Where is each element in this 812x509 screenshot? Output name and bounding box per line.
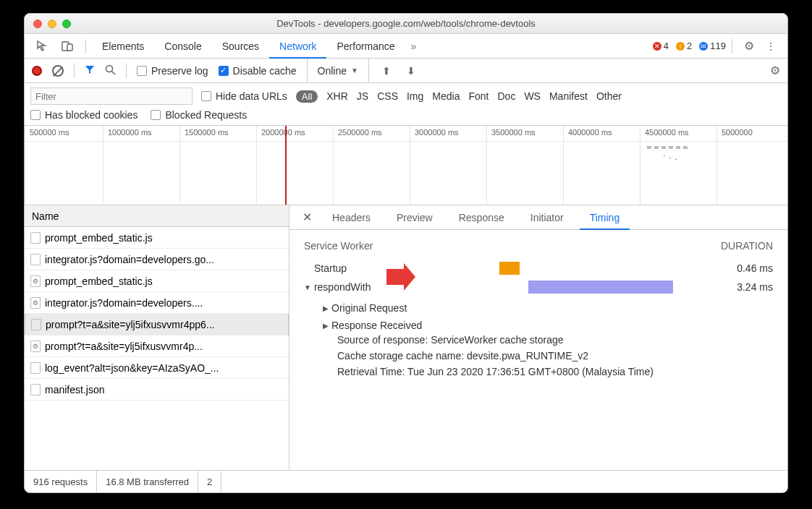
timing-bar-startup	[499, 262, 520, 275]
tree-original-request[interactable]: ▶Original Request	[323, 299, 773, 317]
filter-other[interactable]: Other	[596, 90, 622, 102]
filter-js[interactable]: JS	[357, 90, 368, 102]
request-row[interactable]: ⚙integrator.js?domain=developers....	[25, 292, 289, 314]
timing-panel: Service Worker DURATION Startup 0.46 ms …	[289, 230, 787, 392]
settings-icon[interactable]: ⚙	[738, 39, 760, 53]
status-requests: 916 requests	[25, 471, 97, 492]
request-row[interactable]: prompt?t=a&site=ylj5ifxusvvmr4pp6...	[25, 314, 289, 335]
file-icon	[30, 384, 41, 395]
tab-headers[interactable]: Headers	[322, 205, 381, 230]
network-settings-icon[interactable]: ⚙	[770, 64, 780, 77]
more-tabs-icon[interactable]: »	[405, 40, 423, 52]
request-row[interactable]: log_event?alt=json&key=AIzaSyAO_...	[25, 357, 289, 379]
timing-section-label: Service Worker	[304, 240, 373, 252]
zoom-window-button[interactable]	[62, 20, 71, 28]
caret-right-icon: ▶	[323, 304, 329, 312]
name-column-header[interactable]: Name	[25, 205, 289, 227]
tree-response-received[interactable]: ▶Response Received	[323, 317, 773, 334]
file-icon: ⚙	[30, 341, 41, 352]
filter-img[interactable]: Img	[407, 90, 423, 102]
filter-input[interactable]	[30, 87, 193, 105]
timeline-tick: 2500000 ms	[333, 126, 410, 205]
request-list-pane: Name prompt_embed_static.jsintegrator.js…	[25, 205, 289, 470]
inspect-icon[interactable]	[30, 40, 55, 53]
tab-sources[interactable]: Sources	[212, 34, 269, 59]
error-count[interactable]: ✕4	[653, 40, 669, 51]
caret-right-icon: ▶	[323, 322, 329, 330]
filter-font[interactable]: Font	[468, 90, 489, 102]
timeline-activity-1	[647, 146, 690, 149]
tab-response[interactable]: Response	[449, 205, 515, 230]
disable-cache-checkbox[interactable]: ✓Disable cache	[219, 65, 297, 77]
tab-timing[interactable]: Timing	[580, 205, 630, 230]
request-row[interactable]: integrator.js?domain=developers.go...	[25, 249, 289, 270]
close-detail-icon[interactable]: ✕	[298, 210, 316, 224]
tab-network[interactable]: Network	[269, 34, 326, 59]
request-name: prompt_embed_static.js	[45, 232, 153, 244]
filter-manifest[interactable]: Manifest	[549, 90, 588, 102]
status-extra: 2	[198, 471, 221, 492]
tab-performance[interactable]: Performance	[326, 34, 405, 59]
tab-initiator[interactable]: Initiator	[520, 205, 574, 230]
hide-data-urls-checkbox[interactable]: Hide data URLs	[201, 90, 287, 102]
timing-duration-header: DURATION	[721, 240, 773, 252]
svg-line-3	[112, 71, 116, 74]
detail-tabs: ✕ Headers Preview Response Initiator Tim…	[289, 205, 787, 230]
timing-tree: ▶Original Request ▶Response Received Sou…	[323, 299, 773, 382]
status-transferred: 16.8 MB transferred	[97, 471, 198, 492]
tab-preview[interactable]: Preview	[386, 205, 443, 230]
request-row[interactable]: prompt_embed_static.js	[25, 227, 289, 249]
chevron-down-icon: ▼	[351, 67, 358, 74]
issue-counts: ✕4 !2 ✉119	[653, 40, 726, 51]
throttling-select[interactable]: Online▼	[307, 59, 369, 83]
filter-media[interactable]: Media	[432, 90, 460, 102]
filter-doc[interactable]: Doc	[497, 90, 515, 102]
filter-ws[interactable]: WS	[524, 90, 541, 102]
record-button[interactable]	[32, 66, 42, 76]
timing-bar-respondwith	[528, 281, 673, 294]
filter-toggle-icon[interactable]	[85, 64, 95, 77]
request-row[interactable]: ⚙prompt_embed_static.js	[25, 270, 289, 292]
traffic-lights	[25, 20, 71, 28]
request-list: prompt_embed_static.jsintegrator.js?doma…	[25, 227, 289, 470]
tab-elements[interactable]: Elements	[92, 34, 154, 59]
kebab-menu-icon[interactable]: ⋮	[760, 40, 782, 52]
download-har-icon[interactable]: ⬇	[404, 65, 418, 77]
search-icon[interactable]	[105, 64, 116, 77]
file-icon	[30, 362, 41, 374]
timeline-tick: 5000000	[716, 126, 787, 205]
upload-har-icon[interactable]: ⬆	[379, 65, 394, 77]
timeline-activity-2: ⠁⠂⠄	[663, 155, 680, 162]
timing-row-respondwith[interactable]: ▼respondWith 3.24 ms	[304, 278, 773, 296]
request-row[interactable]: manifest.json	[25, 379, 289, 401]
filter-bar: Hide data URLs All XHR JS CSS Img Media …	[25, 83, 787, 126]
timeline-tick: 3500000 ms	[486, 126, 563, 205]
device-toggle-icon[interactable]	[55, 40, 80, 53]
gear-icon: ⚙	[33, 278, 38, 285]
timeline-tick: 3000000 ms	[410, 126, 486, 205]
caret-down-icon: ▼	[304, 283, 311, 291]
close-window-button[interactable]	[33, 20, 42, 28]
filter-all[interactable]: All	[296, 90, 318, 103]
tab-console[interactable]: Console	[154, 34, 211, 59]
blocked-requests-checkbox[interactable]: Blocked Requests	[151, 109, 247, 121]
minimize-window-button[interactable]	[48, 20, 56, 28]
timing-detail-cachename: Cache storage cache name: devsite.pwa_RU…	[337, 350, 773, 366]
svg-rect-1	[67, 44, 72, 51]
timeline-cursor	[285, 126, 287, 205]
clear-button[interactable]	[52, 65, 64, 77]
overview-timeline[interactable]: 500000 ms1000000 ms1500000 ms2000000 ms2…	[25, 126, 787, 205]
network-toolbar: Preserve log ✓Disable cache Online▼ ⬆ ⬇ …	[25, 59, 787, 83]
info-count[interactable]: ✉119	[699, 40, 726, 51]
has-blocked-cookies-checkbox[interactable]: Has blocked cookies	[30, 109, 138, 121]
filter-css[interactable]: CSS	[377, 90, 398, 102]
network-content: Name prompt_embed_static.jsintegrator.js…	[25, 205, 787, 471]
request-row[interactable]: ⚙prompt?t=a&site=ylj5ifxusvvmr4p...	[25, 335, 289, 357]
gear-icon: ⚙	[33, 343, 38, 350]
file-icon: ⚙	[30, 275, 41, 287]
request-name: prompt_embed_static.js	[45, 275, 153, 287]
warning-count[interactable]: !2	[676, 40, 692, 51]
preserve-log-checkbox[interactable]: Preserve log	[137, 65, 208, 77]
file-icon	[30, 254, 41, 265]
filter-xhr[interactable]: XHR	[326, 90, 348, 102]
